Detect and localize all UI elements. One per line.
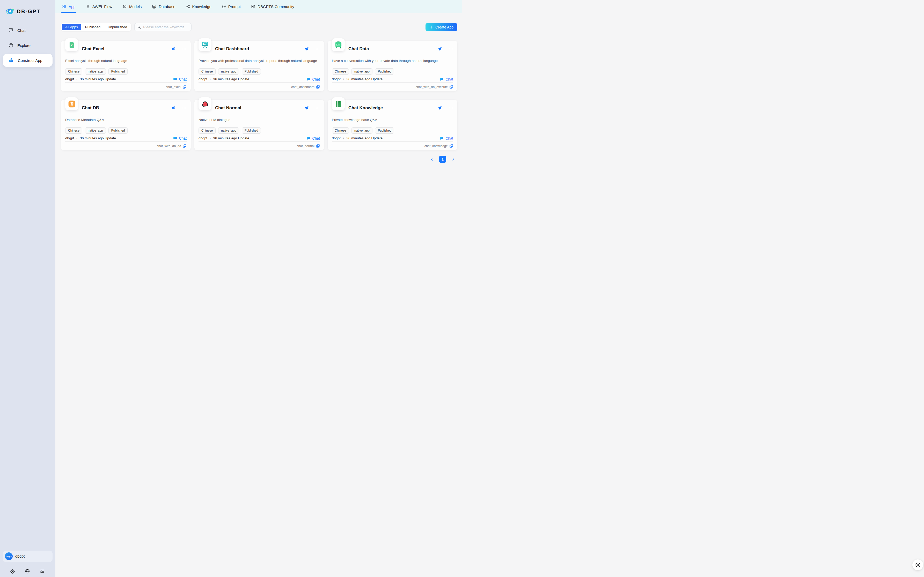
app-updated: 36 minutes ago Update bbox=[347, 136, 383, 141]
search-input[interactable] bbox=[143, 25, 189, 29]
dingtalk-icon[interactable] bbox=[304, 106, 309, 110]
app-scene-name: chat_normal bbox=[297, 144, 315, 148]
chat-link[interactable]: Chat bbox=[173, 77, 186, 82]
dingtalk-icon[interactable] bbox=[171, 47, 176, 51]
tab-models[interactable]: Models bbox=[123, 0, 141, 13]
filter-published[interactable]: Published bbox=[82, 24, 104, 30]
dot-separator bbox=[343, 77, 344, 82]
tab-knowledge[interactable]: Knowledge bbox=[186, 0, 212, 13]
top-navigation: App AWEL Flow Models SQL Database Knowle… bbox=[55, 0, 462, 13]
copy-icon[interactable] bbox=[316, 144, 320, 148]
filter-unpublished[interactable]: Unpublished bbox=[104, 24, 130, 30]
dot-separator bbox=[210, 136, 211, 141]
more-menu-icon[interactable] bbox=[315, 47, 320, 51]
tag-chinese: Chinese bbox=[332, 68, 349, 74]
card-header: Chat Knowledge bbox=[349, 100, 453, 111]
svg-text:SQL: SQL bbox=[153, 5, 155, 7]
tab-database[interactable]: SQL Database bbox=[152, 0, 175, 13]
app-card-chat-excel[interactable]: X Chat Excel Excel analysis through natu… bbox=[61, 41, 191, 91]
app-card-chat-knowledge[interactable]: Chat Knowledge Private knowledge base Q&… bbox=[328, 100, 457, 150]
chat-link[interactable]: Chat bbox=[306, 77, 320, 82]
card-header: Chat Excel bbox=[82, 41, 186, 52]
tab-dbgpts-community[interactable]: DBGPTS Community bbox=[251, 0, 294, 13]
copy-icon[interactable] bbox=[449, 144, 453, 148]
chat-link-label: Chat bbox=[312, 77, 320, 82]
app-title: Chat Normal bbox=[215, 105, 241, 111]
dingtalk-icon[interactable] bbox=[171, 106, 176, 110]
search-box[interactable] bbox=[134, 23, 191, 31]
tag-chinese: Chinese bbox=[65, 127, 82, 134]
app-title: Chat Data bbox=[349, 46, 369, 52]
tag-chinese: Chinese bbox=[199, 68, 215, 74]
app-title: Chat DB bbox=[82, 105, 99, 111]
dot-separator bbox=[343, 136, 344, 141]
app-scene-name: chat_with_db_qa bbox=[157, 144, 181, 148]
card-footer: chat_normal bbox=[297, 144, 320, 148]
card-meta: dbgpt 36 minutes ago Update Chat bbox=[332, 77, 453, 82]
card-actions bbox=[304, 106, 320, 110]
chevron-right-icon[interactable] bbox=[451, 157, 455, 161]
app-card-chat-normal[interactable]: Chat Normal Native LLM dialogue Chinesen… bbox=[194, 100, 324, 150]
chat-link-label: Chat bbox=[312, 136, 320, 141]
app-icon-tile bbox=[65, 97, 78, 110]
dot-separator bbox=[76, 77, 78, 82]
app-card-chat-db[interactable]: Chat DB Database Metadata Q&A Chinesenat… bbox=[61, 100, 191, 150]
chat-link[interactable]: Chat bbox=[306, 136, 320, 141]
app-card-chat-data[interactable]: Chat Data Have a conversation with your … bbox=[328, 41, 457, 91]
chat-link-icon bbox=[173, 77, 177, 82]
page-number[interactable]: 1 bbox=[439, 156, 446, 163]
tag-published: Published bbox=[242, 68, 261, 74]
app-description: Database Metadata Q&A bbox=[65, 117, 186, 122]
card-header: Chat DB bbox=[82, 100, 186, 111]
app-scene-name: chat_with_db_execute bbox=[416, 85, 448, 89]
more-menu-icon[interactable] bbox=[182, 106, 186, 110]
copy-icon[interactable] bbox=[449, 85, 453, 89]
app-updated: 36 minutes ago Update bbox=[347, 77, 383, 82]
app-owner: dbgpt bbox=[65, 77, 74, 82]
card-meta: dbgpt 36 minutes ago Update Chat bbox=[199, 136, 320, 141]
more-menu-icon[interactable] bbox=[448, 47, 453, 51]
app-card-chat-dashboard[interactable]: Chat Dashboard Provide you with professi… bbox=[194, 41, 324, 91]
copy-icon[interactable] bbox=[183, 144, 186, 148]
chat-link[interactable]: Chat bbox=[439, 77, 453, 82]
tab-label: AWEL Flow bbox=[92, 5, 112, 9]
dashboard-icon bbox=[201, 41, 209, 49]
dingtalk-icon[interactable] bbox=[438, 106, 442, 110]
more-menu-icon[interactable] bbox=[448, 106, 453, 110]
sidebar: DB-GPT Chat Explore Construct App dbgpt … bbox=[0, 0, 55, 288]
app-icon-tile bbox=[199, 38, 212, 51]
copy-icon[interactable] bbox=[183, 85, 186, 89]
copy-icon[interactable] bbox=[316, 85, 320, 89]
db-stack-icon bbox=[68, 100, 76, 108]
dingtalk-icon[interactable] bbox=[438, 47, 442, 51]
tag-published: Published bbox=[375, 68, 394, 74]
app-description: Provide you with professional data analy… bbox=[199, 58, 320, 63]
tag-published: Published bbox=[375, 127, 394, 134]
sidebar-item-chat[interactable]: Chat bbox=[3, 24, 53, 37]
sidebar-item-label: Explore bbox=[17, 43, 31, 48]
tab-prompt[interactable]: Prompt bbox=[222, 0, 241, 13]
tab-app[interactable]: App bbox=[62, 0, 76, 13]
app-icon-tile bbox=[199, 97, 212, 110]
search-icon bbox=[137, 25, 141, 29]
dingtalk-icon[interactable] bbox=[304, 47, 309, 51]
app-scene-name: chat_dashboard bbox=[291, 85, 315, 89]
sidebar-item-construct-app[interactable]: Construct App bbox=[3, 54, 53, 67]
chat-link[interactable]: Chat bbox=[173, 136, 186, 141]
sidebar-item-label: Construct App bbox=[18, 58, 42, 63]
community-icon bbox=[251, 5, 255, 8]
card-header: Chat Normal bbox=[215, 100, 320, 111]
card-footer: chat_dashboard bbox=[291, 85, 320, 89]
chat-link[interactable]: Chat bbox=[439, 136, 453, 141]
app-owner: dbgpt bbox=[65, 136, 74, 141]
create-app-button[interactable]: Create App bbox=[426, 23, 457, 31]
chevron-left-icon[interactable] bbox=[430, 157, 434, 161]
app-description: Private knowledge base Q&A bbox=[332, 117, 453, 122]
sidebar-item-explore[interactable]: Explore bbox=[3, 39, 53, 52]
filter-all-apps[interactable]: All Apps bbox=[62, 24, 81, 30]
more-menu-icon[interactable] bbox=[315, 106, 320, 110]
create-app-label: Create App bbox=[435, 25, 453, 29]
tab-awel-flow[interactable]: AWEL Flow bbox=[86, 0, 112, 13]
more-menu-icon[interactable] bbox=[182, 47, 186, 51]
branch-icon bbox=[86, 5, 90, 8]
